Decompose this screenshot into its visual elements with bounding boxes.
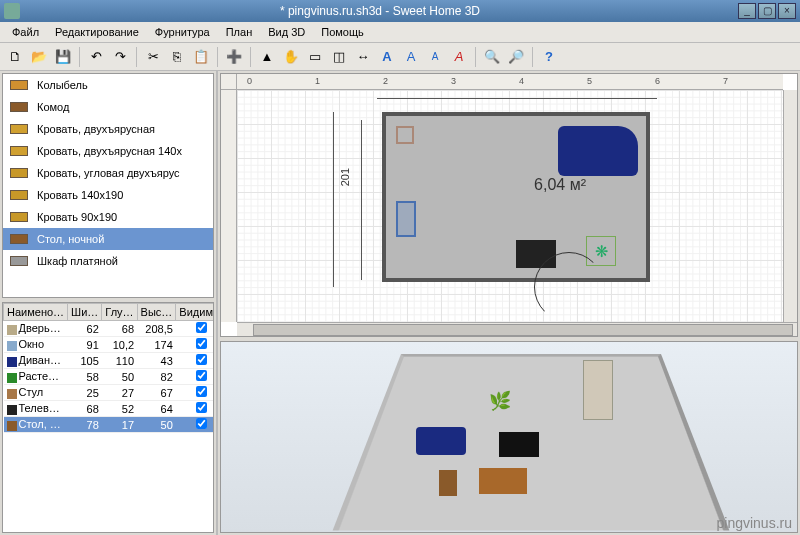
table-header[interactable]: Ши… — [68, 304, 102, 321]
new-button[interactable]: 🗋 — [4, 46, 26, 68]
cell-visible — [176, 401, 214, 417]
table-row[interactable]: Телев…685264 — [4, 401, 215, 417]
catalog-item[interactable]: Комод — [3, 96, 213, 118]
visibility-checkbox[interactable] — [196, 402, 207, 413]
zoom-out-button[interactable]: 🔎 — [505, 46, 527, 68]
cell-value: 82 — [137, 369, 176, 385]
visibility-checkbox[interactable] — [196, 418, 207, 429]
cell-value: 110 — [102, 353, 137, 369]
table-row[interactable]: Дверь…6268208,5 — [4, 321, 215, 337]
wall-tool[interactable]: ▭ — [304, 46, 326, 68]
cell-value: 50 — [102, 369, 137, 385]
open-button[interactable]: 📂 — [28, 46, 50, 68]
menu-фурнитура[interactable]: Фурнитура — [147, 23, 218, 41]
zoom-in-button[interactable]: 🔍 — [481, 46, 503, 68]
select-tool[interactable]: ▲ — [256, 46, 278, 68]
furniture-list-table[interactable]: Наимено…Ши…Глу…Выс…Видим… Дверь…6268208,… — [2, 302, 214, 533]
catalog-item[interactable]: Кровать 90x190 — [3, 206, 213, 228]
plan-item-table-selected[interactable] — [396, 201, 416, 237]
catalog-item[interactable]: Колыбель — [3, 74, 213, 96]
menu-вид 3d[interactable]: Вид 3D — [260, 23, 313, 41]
furniture-icon — [7, 99, 31, 115]
dimension-vertical — [361, 120, 362, 280]
visibility-checkbox[interactable] — [196, 386, 207, 397]
furniture-icon — [7, 253, 31, 269]
paste-button[interactable]: 📋 — [190, 46, 212, 68]
menubar: ФайлРедактированиеФурнитураПланВид 3DПом… — [0, 22, 800, 43]
table-header[interactable]: Наимено… — [4, 304, 68, 321]
plan-canvas[interactable]: 201 6,04 м² ❋ — [237, 90, 783, 322]
cell-value: 91 — [68, 337, 102, 353]
plan-scrollbar-horizontal[interactable] — [237, 322, 797, 336]
cell-value: 67 — [137, 385, 176, 401]
catalog-item[interactable]: Кровать 140x190 — [3, 184, 213, 206]
titlebar: * pingvinus.ru.sh3d - Sweet Home 3D _ ▢ … — [0, 0, 800, 22]
maximize-button[interactable]: ▢ — [758, 3, 776, 19]
plan-item-chair[interactable] — [396, 126, 414, 144]
table-header[interactable]: Видим… — [176, 304, 214, 321]
text-tool[interactable]: A — [376, 46, 398, 68]
cell-visible — [176, 321, 214, 337]
menu-редактирование[interactable]: Редактирование — [47, 23, 147, 41]
room-outline[interactable]: 6,04 м² ❋ — [382, 112, 650, 282]
table-row[interactable]: Стол, …781750 — [4, 417, 215, 433]
visibility-checkbox[interactable] — [196, 354, 207, 365]
ruler-horizontal: 01234567 — [237, 74, 783, 90]
table-row[interactable]: Расте…585082 — [4, 369, 215, 385]
catalog-item[interactable]: Кровать, двухъярусная — [3, 118, 213, 140]
visibility-checkbox[interactable] — [196, 370, 207, 381]
furniture-icon — [7, 187, 31, 203]
cell-visible — [176, 417, 214, 433]
text-smaller[interactable]: A — [424, 46, 446, 68]
cut-button[interactable]: ✂ — [142, 46, 164, 68]
minimize-button[interactable]: _ — [738, 3, 756, 19]
menu-помощь[interactable]: Помощь — [313, 23, 372, 41]
furniture-catalog[interactable]: КолыбельКомодКровать, двухъяруснаяКроват… — [2, 73, 214, 298]
dimension-horizontal — [377, 98, 657, 99]
plan-scrollbar-vertical[interactable] — [783, 90, 797, 322]
dimension-tool[interactable]: ↔ — [352, 46, 374, 68]
add-furniture-button[interactable]: ➕ — [223, 46, 245, 68]
room-tool[interactable]: ◫ — [328, 46, 350, 68]
menu-план[interactable]: План — [218, 23, 261, 41]
cell-value: 58 — [68, 369, 102, 385]
catalog-item[interactable]: Кровать, угловая двухъярус — [3, 162, 213, 184]
table-header[interactable]: Выс… — [137, 304, 176, 321]
dimension-label: 201 — [339, 168, 351, 186]
catalog-item[interactable]: Стол, ночной — [3, 228, 213, 250]
table-row[interactable]: Диван…10511043 — [4, 353, 215, 369]
visibility-checkbox[interactable] — [196, 338, 207, 349]
cell-name: Дверь… — [4, 321, 68, 337]
undo-button[interactable]: ↶ — [85, 46, 107, 68]
close-button[interactable]: × — [778, 3, 796, 19]
window-title: * pingvinus.ru.sh3d - Sweet Home 3D — [24, 4, 736, 18]
table-row[interactable]: Окно9110,2174 — [4, 337, 215, 353]
catalog-item[interactable]: Шкаф платяной — [3, 250, 213, 272]
app-icon — [4, 3, 20, 19]
ruler-corner — [221, 74, 237, 90]
table-row[interactable]: Стул252767 — [4, 385, 215, 401]
help-button[interactable]: ? — [538, 46, 560, 68]
menu-файл[interactable]: Файл — [4, 23, 47, 41]
pan-tool[interactable]: ✋ — [280, 46, 302, 68]
visibility-checkbox[interactable] — [196, 322, 207, 333]
cell-value: 208,5 — [137, 321, 176, 337]
plan-item-sofa[interactable] — [558, 126, 638, 176]
cell-visible — [176, 337, 214, 353]
cell-value: 27 — [102, 385, 137, 401]
text-bigger[interactable]: A — [400, 46, 422, 68]
view-3d[interactable]: 🌿 — [220, 341, 798, 533]
dimension-vertical-outer — [333, 112, 334, 287]
catalog-item[interactable]: Кровать, двухъярусная 140x — [3, 140, 213, 162]
plan-2d-view[interactable]: 01234567 201 6,04 м² ❋ — [220, 73, 798, 337]
catalog-item-label: Кровать 90x190 — [37, 211, 117, 223]
text-style[interactable]: A — [448, 46, 470, 68]
room-area-label: 6,04 м² — [534, 176, 586, 194]
ruler-vertical — [221, 90, 237, 322]
view3d-sofa — [416, 427, 466, 455]
furniture-icon — [7, 165, 31, 181]
save-button[interactable]: 💾 — [52, 46, 74, 68]
copy-button[interactable]: ⎘ — [166, 46, 188, 68]
table-header[interactable]: Глу… — [102, 304, 137, 321]
redo-button[interactable]: ↷ — [109, 46, 131, 68]
